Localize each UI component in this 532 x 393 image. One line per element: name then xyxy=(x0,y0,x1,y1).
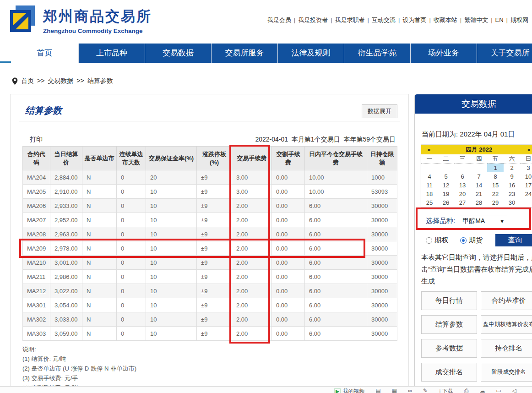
sidebar-quick-link[interactable]: 持仓排名 xyxy=(481,339,532,358)
download-button[interactable]: ↓下载 xyxy=(439,388,453,393)
emoji-icon[interactable]: ∞ xyxy=(408,388,412,393)
table-cell: 0.00 xyxy=(272,213,305,227)
calendar-day[interactable]: 14 xyxy=(471,181,487,190)
link-separator: | xyxy=(429,16,430,23)
picture-icon[interactable]: ▦ xyxy=(392,388,397,393)
calendar-day[interactable]: 18 xyxy=(421,190,438,198)
top-link[interactable]: 我是投资者 xyxy=(298,16,328,23)
calendar-prev-icon[interactable]: « xyxy=(421,146,437,153)
calendar-day[interactable]: 13 xyxy=(454,181,471,190)
nav-tab[interactable]: 场外业务 xyxy=(411,44,477,63)
trading-date-info: 2022-04-01 本月第1个交易日 本年第59个交易日 xyxy=(255,136,396,144)
calendar-day[interactable]: 24 xyxy=(520,190,532,198)
table-cell: ±9 xyxy=(197,270,232,284)
table-cell: 2.00 xyxy=(232,270,272,284)
data-expand-button[interactable]: 数据展开 xyxy=(362,104,397,118)
table-cell: 3,022.00 xyxy=(50,284,82,298)
table-cell: N xyxy=(82,213,117,227)
calendar-day[interactable]: 5 xyxy=(438,172,454,181)
nav-tab[interactable]: 法律及规则 xyxy=(278,44,344,63)
nav-tab[interactable]: 上市品种 xyxy=(79,44,145,63)
logo[interactable]: 郑州商品交易所 Zhengzhou Commodity Exchange xyxy=(8,5,152,36)
cloud-icon[interactable]: ☁ xyxy=(479,388,485,393)
table-cell: 6.00 xyxy=(305,213,367,227)
table-cell: ±9 xyxy=(197,170,232,185)
calendar-day[interactable]: 7 xyxy=(471,172,487,181)
calendar-day[interactable]: 17 xyxy=(520,181,532,190)
table-cell: 0 xyxy=(117,284,146,298)
sidebar-quick-link[interactable]: 合约基准价 xyxy=(481,291,532,310)
top-link[interactable]: 互动交流 xyxy=(372,16,396,23)
nav-tab[interactable]: 关于交易所 xyxy=(477,44,532,63)
sidebar-quick-link[interactable]: 每日行情 xyxy=(421,291,477,310)
sidebar-quick-link[interactable]: 盘中期权结算价发布 xyxy=(481,315,532,334)
calendar-day[interactable]: 28 xyxy=(471,198,487,207)
camera-icon[interactable]: ▤ xyxy=(375,388,380,393)
query-button[interactable]: 查询 xyxy=(495,234,532,246)
nav-tab[interactable]: 衍生品学苑 xyxy=(344,44,411,63)
top-link[interactable]: 繁體中文 xyxy=(464,16,488,23)
calendar-day[interactable]: 27 xyxy=(454,198,471,207)
breadcrumb-item[interactable]: 首页 xyxy=(21,77,34,84)
futures-radio[interactable] xyxy=(460,237,467,244)
link-separator: | xyxy=(294,16,295,23)
calendar-day[interactable]: 29 xyxy=(487,198,504,207)
top-link[interactable]: 期权网 xyxy=(510,16,528,23)
top-link[interactable]: 收藏本站 xyxy=(434,16,457,23)
variety-select[interactable]: 甲醇MA ▼ xyxy=(459,215,508,227)
calendar-day[interactable]: 19 xyxy=(438,190,454,198)
calendar-day[interactable]: 4 xyxy=(421,172,438,181)
breadcrumb-item[interactable]: 结算参数 xyxy=(87,77,113,84)
calendar-day[interactable]: 16 xyxy=(504,181,520,190)
top-link[interactable]: EN xyxy=(495,16,504,23)
calendar-day[interactable]: 22 xyxy=(487,190,504,198)
sidebar-quick-link[interactable]: 成交排名 xyxy=(421,363,477,382)
column-header: 日持仓限额 xyxy=(367,147,397,170)
table-row: MA2052,910.00N010±93.000.0010.0053093 xyxy=(23,185,397,199)
calendar-day[interactable]: 26 xyxy=(438,198,454,207)
nav-tab[interactable]: 首页 xyxy=(11,44,79,63)
calendar-day[interactable]: 20 xyxy=(454,190,471,198)
sidebar-quick-link[interactable]: 阶段成交排名 xyxy=(481,363,532,382)
calendar-next-icon[interactable]: » xyxy=(521,146,532,153)
table-notes: 说明:(1) 结算价: 元/吨(2) 是否单边市 (U-涨停 D-跌停 N-非单… xyxy=(22,344,136,393)
calendar-day[interactable]: 12 xyxy=(438,181,454,190)
table-cell: MA302 xyxy=(23,312,50,327)
printer-icon[interactable]: ⎙ xyxy=(464,388,469,393)
my-video-button[interactable]: ▶我的视频 xyxy=(334,388,364,393)
options-radio[interactable] xyxy=(426,237,432,244)
frame-icon[interactable]: ▭ xyxy=(496,388,501,393)
location-pin-icon xyxy=(12,77,18,85)
table-cell: 0.00 xyxy=(272,170,305,185)
table-cell: ±9 xyxy=(197,284,232,298)
brush-icon[interactable]: ✎ xyxy=(423,388,428,393)
calendar-day[interactable]: 15 xyxy=(487,181,504,190)
table-cell: 30000 xyxy=(367,284,397,298)
speaker-icon[interactable]: ◁ xyxy=(512,388,516,393)
print-link[interactable]: 打印 xyxy=(30,136,43,144)
top-link[interactable]: 我是会员 xyxy=(267,16,291,23)
calendar-day[interactable]: 30 xyxy=(504,198,520,207)
column-header: 连续单边市天数 xyxy=(117,147,146,170)
calendar-day[interactable]: 11 xyxy=(421,181,438,190)
breadcrumb-item[interactable]: 交易数据 xyxy=(48,77,73,84)
sidebar-quick-link[interactable]: 结算参数 xyxy=(421,315,477,334)
calendar-day[interactable]: 25 xyxy=(421,198,438,207)
table-cell: 2,978.00 xyxy=(50,241,82,256)
calendar-day[interactable]: 6 xyxy=(454,172,471,181)
calendar-day[interactable]: 3 xyxy=(520,164,532,172)
calendar-day[interactable]: 23 xyxy=(504,190,520,198)
breadcrumb: 首页>>交易数据>>结算参数 xyxy=(12,77,113,85)
top-link[interactable]: 设为首页 xyxy=(402,16,426,23)
calendar-day[interactable]: 2 xyxy=(504,164,520,172)
calendar-day[interactable]: 21 xyxy=(471,190,487,198)
top-link[interactable]: 我是求职者 xyxy=(335,16,365,23)
sidebar-quick-link[interactable]: 参考数据 xyxy=(421,339,477,358)
table-cell: MA212 xyxy=(23,284,50,298)
calendar-day[interactable]: 1 xyxy=(487,164,504,172)
calendar-day[interactable]: 9 xyxy=(504,172,520,181)
calendar-day[interactable]: 10 xyxy=(520,172,532,181)
nav-tab[interactable]: 交易所服务 xyxy=(212,44,278,63)
nav-tab[interactable]: 交易数据 xyxy=(145,44,212,63)
calendar-day[interactable]: 8 xyxy=(487,172,504,181)
